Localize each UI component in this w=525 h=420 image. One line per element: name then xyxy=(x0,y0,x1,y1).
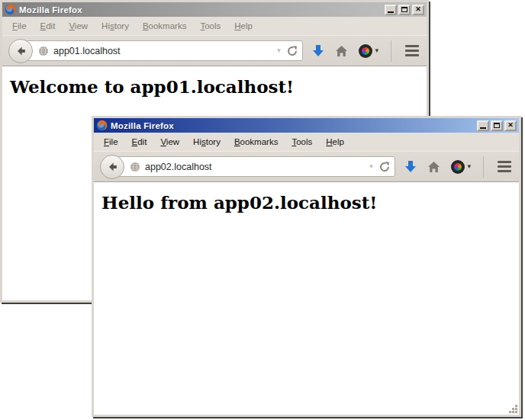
url-bar[interactable]: app02.localhost ▼ xyxy=(112,156,395,177)
page-content: Hello from app02.localhost! xyxy=(94,182,519,415)
menu-item-bookmarks[interactable]: Bookmarks xyxy=(136,19,194,33)
menu-item-view[interactable]: View xyxy=(62,19,95,33)
close-icon: ✕ xyxy=(415,6,421,13)
menu-item-edit[interactable]: Edit xyxy=(125,135,154,149)
back-button[interactable] xyxy=(100,155,124,179)
menu-bar: FileEditViewHistoryBookmarksToolsHelp xyxy=(94,133,519,151)
page-heading: Hello from app02.localhost! xyxy=(101,192,511,213)
extension-caret-icon: ▾ xyxy=(467,163,471,170)
toolbar-buttons: ▾ xyxy=(312,40,420,62)
toolbar-buttons: ▾ xyxy=(404,156,513,178)
urlbar-controls: ▼ xyxy=(369,162,391,172)
window-title: Mozilla Firefox xyxy=(19,5,82,14)
url-bar[interactable]: app01.localhost ▼ xyxy=(21,40,303,61)
extension-button[interactable]: ▾ xyxy=(359,44,378,58)
menu-item-history[interactable]: History xyxy=(95,19,136,33)
titlebar[interactable]: Mozilla Firefox ✕ xyxy=(94,118,519,133)
menu-bar: FileEditViewHistoryBookmarksToolsHelp xyxy=(2,17,427,35)
url-text[interactable]: app01.localhost xyxy=(53,46,121,56)
reload-icon[interactable] xyxy=(287,46,298,56)
minimize-icon xyxy=(388,11,394,13)
menu-item-file[interactable]: File xyxy=(97,135,125,149)
titlebar[interactable]: Mozilla Firefox ✕ xyxy=(2,2,427,17)
download-button[interactable] xyxy=(404,160,417,173)
download-arrow-icon xyxy=(312,44,324,57)
maximize-icon xyxy=(401,7,407,12)
resize-grip[interactable] xyxy=(507,402,517,413)
urlbar-dropdown-icon[interactable]: ▼ xyxy=(369,164,375,170)
hamburger-menu-icon xyxy=(405,45,419,47)
maximize-button[interactable] xyxy=(491,120,503,131)
minimize-button[interactable] xyxy=(385,5,397,15)
color-wheel-icon xyxy=(359,44,372,58)
menu-item-file[interactable]: File xyxy=(5,19,34,33)
extension-button[interactable]: ▾ xyxy=(451,160,471,174)
menu-item-tools[interactable]: Tools xyxy=(285,135,319,149)
menu-button[interactable] xyxy=(404,43,420,58)
menu-item-help[interactable]: Help xyxy=(227,19,259,33)
close-button[interactable]: ✕ xyxy=(412,5,424,15)
desktop: { "window1": { "title": "Mozilla Firefox… xyxy=(0,0,525,420)
globe-icon xyxy=(38,46,49,56)
minimize-button[interactable] xyxy=(477,120,489,131)
menu-item-bookmarks[interactable]: Bookmarks xyxy=(227,135,285,149)
menu-item-help[interactable]: Help xyxy=(319,135,351,149)
home-icon xyxy=(427,161,440,173)
close-icon: ✕ xyxy=(507,122,514,129)
home-button[interactable] xyxy=(427,161,440,173)
toolbar-separator xyxy=(391,40,391,62)
color-wheel-icon xyxy=(451,160,465,174)
menu-button[interactable] xyxy=(496,159,513,174)
window-controls: ✕ xyxy=(385,5,424,15)
navigation-toolbar: app02.localhost ▼ ▾ xyxy=(94,151,519,182)
url-text[interactable]: app02.localhost xyxy=(145,162,212,172)
back-arrow-icon xyxy=(14,45,27,57)
download-arrow-icon xyxy=(404,160,417,173)
maximize-icon xyxy=(494,123,500,128)
back-button[interactable] xyxy=(8,39,33,63)
hamburger-menu-icon xyxy=(498,161,511,163)
firefox-logo-icon xyxy=(5,4,16,15)
menu-item-history[interactable]: History xyxy=(186,135,227,149)
reload-icon[interactable] xyxy=(379,162,390,172)
globe-icon xyxy=(130,162,140,172)
toolbar-separator xyxy=(483,156,484,178)
firefox-logo-icon xyxy=(96,120,108,131)
back-arrow-icon xyxy=(106,161,118,173)
navigation-toolbar: app01.localhost ▼ ▾ xyxy=(2,35,427,66)
window-title: Mozilla Firefox xyxy=(111,121,174,130)
menu-item-view[interactable]: View xyxy=(153,135,186,149)
urlbar-dropdown-icon[interactable]: ▼ xyxy=(276,48,282,54)
firefox-window-app02: Mozilla Firefox ✕ FileEditViewHistoryBoo… xyxy=(92,116,521,417)
maximize-button[interactable] xyxy=(398,5,411,15)
menu-item-edit[interactable]: Edit xyxy=(34,19,63,33)
urlbar-controls: ▼ xyxy=(276,46,298,56)
home-icon xyxy=(335,45,348,57)
menu-item-tools[interactable]: Tools xyxy=(193,19,227,33)
minimize-icon xyxy=(480,127,486,129)
download-button[interactable] xyxy=(312,44,324,57)
close-button[interactable]: ✕ xyxy=(504,120,517,131)
page-heading: Welcome to app01.localhost! xyxy=(10,76,419,97)
extension-caret-icon: ▾ xyxy=(375,47,378,54)
home-button[interactable] xyxy=(335,45,348,57)
window-controls: ✕ xyxy=(477,120,517,131)
